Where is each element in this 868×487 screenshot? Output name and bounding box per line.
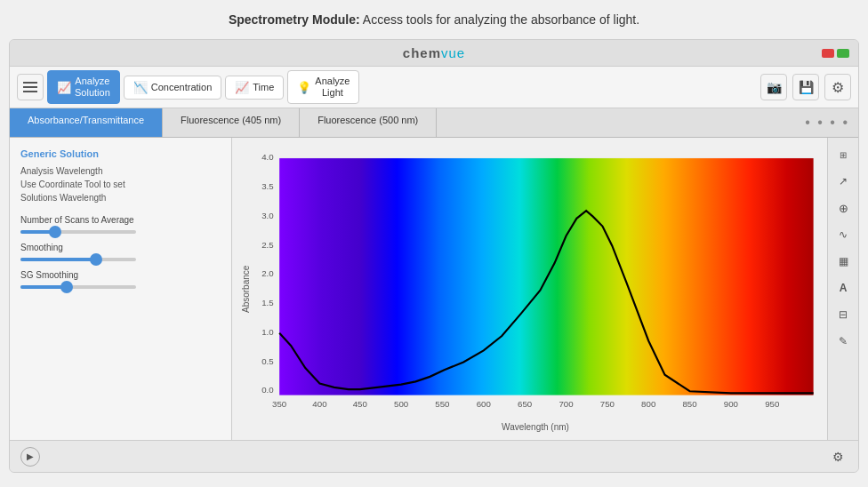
right-tool-edit[interactable]: ✎ [832, 330, 855, 353]
svg-text:2.5: 2.5 [261, 240, 274, 250]
sg-smoothing-label: SG Smoothing [20, 270, 221, 280]
page-title: Spectrometry Module: Access tools for an… [0, 0, 868, 39]
tab-fluorescence-405[interactable]: Fluorescence (405 nm) [163, 108, 300, 137]
settings-icon: ⚙ [832, 450, 844, 464]
app-window: chemvue 📈 AnalyzeSolution 📉 Concentratio… [9, 39, 859, 473]
svg-text:450: 450 [353, 399, 368, 409]
right-tool-collapse[interactable]: ⊟ [832, 303, 855, 326]
svg-text:500: 500 [394, 399, 409, 409]
solution-desc-line3: Solutions Wavelength [20, 191, 221, 204]
svg-text:3.5: 3.5 [261, 181, 274, 191]
bluetooth-button[interactable]: ⚙ [824, 74, 851, 100]
zoom-icon: ⊕ [839, 202, 848, 215]
app-name: chemvue [403, 45, 465, 60]
chart-wrapper: 4.0 3.5 3.0 2.5 2.0 1.5 1.0 0.5 0.0 [253, 147, 818, 431]
svg-text:1.5: 1.5 [261, 298, 274, 307]
camera-icon: 📷 [767, 80, 782, 94]
y-axis-label: Absorbance [241, 147, 251, 431]
svg-text:550: 550 [435, 399, 450, 409]
analyze-solution-icon: 📈 [57, 81, 71, 94]
settings-button[interactable]: ⚙ [828, 447, 848, 467]
hamburger-icon [23, 82, 37, 84]
maximize-button[interactable] [837, 49, 849, 58]
right-toolbar: ⊞ ↗ ⊕ ∿ ▦ A ⊟ ✎ [827, 138, 858, 440]
x-axis-label: Wavelength (nm) [253, 422, 818, 432]
svg-text:3.0: 3.0 [261, 211, 274, 220]
smoothing-slider[interactable] [20, 258, 136, 261]
play-icon: ▶ [27, 451, 34, 461]
svg-text:0.5: 0.5 [261, 356, 274, 366]
analyze-light-button[interactable]: 💡 AnalyzeLight [287, 70, 359, 104]
svg-text:700: 700 [559, 399, 574, 409]
toolbar-right: 📷 💾 ⚙ [760, 74, 851, 100]
tab-more[interactable]: • • • • [796, 108, 858, 137]
concentration-label: Concentration [151, 82, 213, 92]
scans-label: Number of Scans to Average [20, 215, 221, 225]
analyze-light-label: AnalyzeLight [315, 76, 350, 99]
svg-text:400: 400 [312, 399, 327, 409]
toolbar: 📈 AnalyzeSolution 📉 Concentration 📈 Time… [10, 67, 858, 108]
save-icon: 💾 [799, 80, 814, 94]
svg-text:600: 600 [477, 399, 492, 409]
chart-area: Absorbance [232, 138, 827, 440]
solution-title: Generic Solution [20, 148, 221, 159]
app-name-vue: vue [441, 45, 465, 60]
right-tool-zoom[interactable]: ⊕ [832, 196, 855, 220]
annotation-icon: A [840, 282, 848, 294]
svg-text:800: 800 [641, 399, 656, 409]
time-button[interactable]: 📈 Time [225, 76, 284, 100]
window-controls [822, 49, 849, 58]
svg-text:0.0: 0.0 [261, 386, 274, 395]
right-tool-cursor[interactable]: ↗ [832, 170, 855, 193]
svg-text:900: 900 [724, 399, 739, 409]
analyze-solution-button[interactable]: 📈 AnalyzeSolution [47, 70, 120, 104]
wave-icon: ∿ [839, 228, 848, 241]
concentration-icon: 📉 [133, 81, 148, 94]
title-prefix: Spectrometry Module: [229, 12, 360, 27]
solution-desc-line2: Use Coordinate Tool to set [20, 178, 221, 191]
main-content: Generic Solution Analysis Wavelength Use… [10, 138, 858, 440]
svg-text:950: 950 [765, 399, 780, 409]
edit-icon: ✎ [839, 335, 848, 347]
svg-text:2.0: 2.0 [261, 269, 274, 279]
svg-text:650: 650 [518, 399, 533, 409]
svg-text:4.0: 4.0 [261, 153, 274, 163]
time-label: Time [253, 82, 274, 92]
solution-description: Analysis Wavelength Use Coordinate Tool … [20, 164, 221, 204]
app-name-chem: chem [403, 45, 441, 60]
menu-button[interactable] [17, 74, 44, 100]
camera-button[interactable]: 📷 [760, 74, 787, 100]
right-tool-bar[interactable]: ▦ [832, 250, 855, 273]
svg-text:850: 850 [682, 399, 697, 409]
collapse-icon: ⊟ [839, 308, 848, 321]
bluetooth-icon: ⚙ [832, 79, 844, 96]
chart-svg: 4.0 3.5 3.0 2.5 2.0 1.5 1.0 0.5 0.0 [253, 147, 818, 419]
save-button[interactable]: 💾 [792, 74, 819, 100]
concentration-button[interactable]: 📉 Concentration [124, 76, 222, 100]
right-tool-expand[interactable]: ⊞ [832, 143, 855, 166]
chart-svg-container: 4.0 3.5 3.0 2.5 2.0 1.5 1.0 0.5 0.0 [253, 147, 818, 419]
close-button[interactable] [822, 49, 834, 58]
play-button[interactable]: ▶ [20, 447, 40, 467]
svg-text:350: 350 [272, 399, 287, 409]
bar-icon: ▦ [839, 255, 848, 267]
sg-smoothing-slider[interactable] [20, 285, 136, 289]
bottom-bar: ▶ ⚙ [10, 440, 858, 472]
tab-absorbance[interactable]: Absorbance/Transmittance [10, 108, 163, 137]
scans-slider[interactable] [20, 230, 136, 234]
tab-fluorescence-500[interactable]: Fluorescence (500 nm) [300, 108, 437, 137]
smoothing-label: Smoothing [20, 243, 221, 252]
right-tool-annotation[interactable]: A [832, 276, 855, 299]
title-bar: chemvue [10, 40, 858, 67]
left-panel: Generic Solution Analysis Wavelength Use… [10, 138, 232, 440]
title-desc: Access tools for analyzing the absorbanc… [360, 12, 639, 27]
analyze-solution-label: AnalyzeSolution [75, 76, 110, 99]
solution-desc-line1: Analysis Wavelength [20, 164, 221, 178]
svg-text:750: 750 [600, 399, 615, 409]
hamburger-icon [23, 91, 37, 92]
right-tool-wave[interactable]: ∿ [832, 223, 855, 246]
svg-text:1.0: 1.0 [261, 327, 274, 337]
tab-bar: Absorbance/Transmittance Fluorescence (4… [10, 108, 858, 138]
time-icon: 📈 [235, 81, 249, 94]
hamburger-icon [23, 86, 37, 88]
